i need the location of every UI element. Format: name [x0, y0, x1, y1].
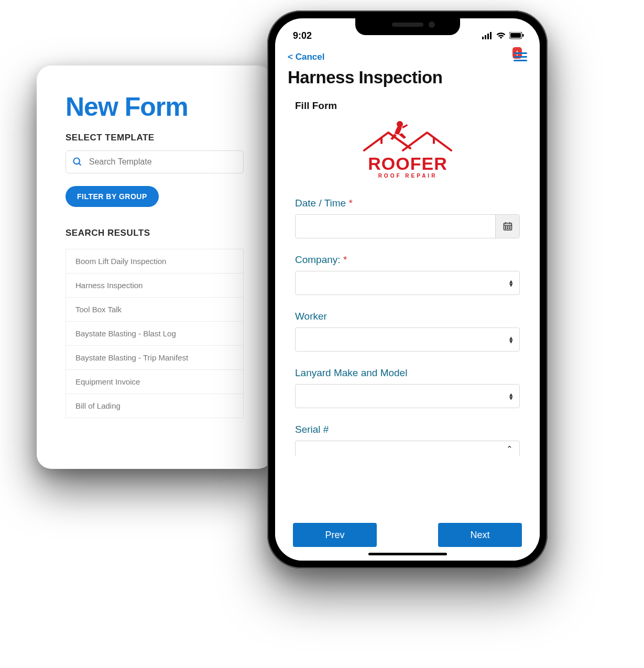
- page-title: New Form: [66, 92, 244, 122]
- svg-text:ROOF REPAIR: ROOF REPAIR: [378, 173, 437, 179]
- datetime-text-input[interactable]: [296, 215, 495, 238]
- wifi-icon: [496, 32, 506, 39]
- svg-point-9: [397, 121, 403, 127]
- svg-rect-5: [490, 32, 492, 39]
- form-card: Fill Form: [288, 100, 527, 456]
- list-item[interactable]: Boom Lift Daily Inspection: [66, 249, 244, 273]
- battery-icon: [509, 32, 524, 39]
- prev-button[interactable]: Prev: [293, 523, 377, 547]
- list-item[interactable]: Harness Inspection: [66, 273, 244, 298]
- company-label: Company: *: [295, 254, 520, 266]
- select-template-label: SELECT TEMPLATE: [66, 133, 244, 143]
- search-results-label: SEARCH RESULTS: [66, 228, 244, 238]
- serial-field-group: Serial # ⌃: [295, 424, 520, 456]
- lanyard-field-group: Lanyard Make and Model ▴▾: [295, 367, 520, 408]
- svg-line-1: [79, 163, 81, 165]
- menu-button[interactable]: !: [514, 52, 527, 62]
- lanyard-select[interactable]: ▴▾: [295, 384, 520, 408]
- home-indicator: [368, 553, 447, 555]
- search-input[interactable]: [89, 157, 237, 167]
- serial-label: Serial #: [295, 424, 520, 435]
- calendar-button[interactable]: [495, 215, 519, 238]
- company-select[interactable]: ▴▾: [295, 271, 520, 295]
- svg-point-17: [507, 226, 508, 227]
- phone-screen: 9:02: [275, 18, 540, 561]
- svg-text:ROOFER: ROOFER: [368, 154, 447, 173]
- datetime-input[interactable]: [295, 214, 520, 238]
- company-logo: ROOFER ROOF REPAIR: [295, 120, 520, 185]
- template-selector-card: New Form SELECT TEMPLATE FILTER BY GROUP…: [37, 65, 272, 469]
- list-item[interactable]: Baystate Blasting - Blast Log: [66, 321, 244, 346]
- roofer-logo-icon: ROOFER ROOF REPAIR: [358, 120, 457, 183]
- filter-by-group-button[interactable]: FILTER BY GROUP: [66, 186, 159, 207]
- phone-notch: [355, 18, 460, 35]
- search-icon: [72, 156, 83, 168]
- svg-point-18: [509, 226, 510, 227]
- list-item[interactable]: Tool Box Talk: [66, 297, 244, 322]
- worker-select[interactable]: ▴▾: [295, 327, 520, 352]
- svg-point-21: [509, 228, 510, 228]
- svg-rect-3: [485, 35, 486, 39]
- form-title: Harness Inspection: [288, 68, 527, 87]
- phone-content: < Cancel ! Harness Inspection Fill Form: [275, 43, 540, 517]
- serial-select[interactable]: ⌃: [295, 441, 520, 456]
- list-item[interactable]: Bill of Lading: [66, 393, 244, 418]
- search-template-field[interactable]: [66, 150, 244, 173]
- company-field-group: Company: * ▴▾: [295, 254, 520, 295]
- status-time: 9:02: [293, 30, 312, 41]
- worker-label: Worker: [295, 311, 520, 322]
- svg-point-16: [505, 226, 506, 227]
- list-item[interactable]: Equipment Invoice: [66, 369, 244, 394]
- svg-rect-4: [487, 34, 489, 39]
- next-button[interactable]: Next: [438, 523, 522, 547]
- svg-point-20: [507, 228, 508, 228]
- svg-point-19: [505, 228, 506, 228]
- bottom-nav-bar: Prev Next: [275, 517, 540, 561]
- cancel-button[interactable]: < Cancel: [288, 52, 324, 62]
- datetime-field-group: Date / Time *: [295, 198, 520, 238]
- worker-field-group: Worker ▴▾: [295, 311, 520, 352]
- calendar-icon: [503, 222, 512, 231]
- chevron-updown-icon: ▴▾: [509, 336, 513, 343]
- phone-frame: 9:02: [267, 10, 548, 568]
- svg-point-0: [73, 158, 80, 165]
- svg-rect-7: [510, 33, 521, 38]
- chevron-up-icon: ⌃: [506, 444, 513, 454]
- fill-form-label: Fill Form: [295, 100, 520, 112]
- datetime-label: Date / Time *: [295, 198, 520, 209]
- svg-rect-8: [522, 34, 524, 37]
- chevron-updown-icon: ▴▾: [509, 279, 513, 287]
- results-list: Boom Lift Daily Inspection Harness Inspe…: [66, 249, 244, 418]
- chevron-updown-icon: ▴▾: [509, 392, 513, 400]
- lanyard-label: Lanyard Make and Model: [295, 367, 520, 379]
- svg-rect-2: [482, 37, 484, 39]
- cellular-icon: [482, 32, 493, 39]
- list-item[interactable]: Baystate Blasting - Trip Manifest: [66, 345, 244, 370]
